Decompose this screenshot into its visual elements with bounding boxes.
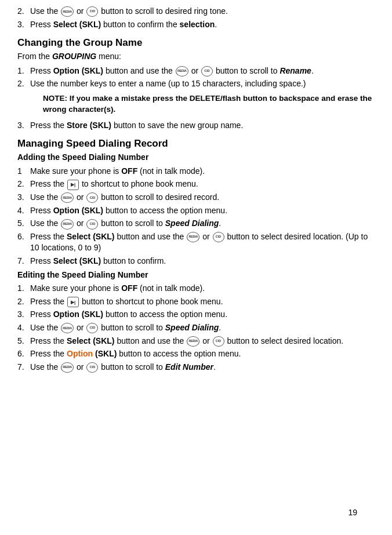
cid-icon bbox=[86, 6, 98, 17]
cid-icon bbox=[86, 323, 98, 333]
list-item: 1. Press Option (SKL) button and use the… bbox=[17, 65, 375, 77]
subheading-editing-speed-dialing: Editing the Speed Dialing Number bbox=[17, 270, 375, 281]
list-item: 2. Use the number keys to enter a name (… bbox=[17, 78, 375, 118]
list-item: 2. Press the button to shortcut to phone… bbox=[17, 296, 375, 308]
redia-icon bbox=[187, 232, 199, 242]
list-item: 3. Press the Store (SKL) button to save … bbox=[17, 120, 375, 132]
list-item: 1 Make sure your phone is OFF (not in ta… bbox=[17, 166, 375, 177]
cid-icon bbox=[86, 219, 98, 230]
adding-speed-dialing-subsection: Adding the Speed Dialing Number 1 Make s… bbox=[17, 152, 375, 267]
list-item: 6. Press the Select (SKL) button and use… bbox=[17, 231, 375, 254]
editing-speed-dialing-subsection: Editing the Speed Dialing Number 1. Make… bbox=[17, 270, 375, 373]
list-item: 5. Press the Select (SKL) button and use… bbox=[17, 336, 375, 347]
redia-icon bbox=[176, 66, 188, 77]
section-heading-speed-dialing: Managing Speed Dialing Record bbox=[17, 137, 375, 151]
intro-steps-list: 2. Use the or button to scroll to desire… bbox=[17, 6, 375, 30]
changing-group-name-section: Changing the Group Name From the GROUPIN… bbox=[17, 36, 375, 131]
redia-icon bbox=[61, 323, 74, 333]
cid-icon bbox=[213, 232, 224, 242]
cid-icon bbox=[213, 336, 224, 347]
cid-icon bbox=[201, 66, 213, 77]
list-item: 1. Make sure your phone is OFF (not in t… bbox=[17, 283, 375, 294]
page-number: 19 bbox=[348, 507, 357, 519]
list-item: 3. Press Select (SKL) button to confirm … bbox=[17, 19, 375, 31]
phonebook-icon bbox=[67, 180, 79, 190]
list-item: 2. Press the to shortcut to phone book m… bbox=[17, 179, 375, 190]
subheading-adding-speed-dialing: Adding the Speed Dialing Number bbox=[17, 152, 375, 163]
list-item: 4. Use the or button to scroll to Speed … bbox=[17, 322, 375, 334]
page-content: 2. Use the or button to scroll to desire… bbox=[17, 6, 375, 527]
managing-speed-dialing-section: Managing Speed Dialing Record Adding the… bbox=[17, 137, 375, 373]
cid-icon bbox=[86, 362, 98, 373]
list-item: 4. Press Option (SKL) button to access t… bbox=[17, 205, 375, 217]
redia-icon bbox=[61, 219, 74, 230]
adding-speed-dialing-list: 1 Make sure your phone is OFF (not in ta… bbox=[17, 166, 375, 267]
from-grouping-menu: From the GROUPING menu: bbox=[17, 51, 375, 63]
list-item: 6. Press the Option (SKL) button to acce… bbox=[17, 348, 375, 360]
redia-icon bbox=[61, 362, 74, 373]
list-item: 2. Use the or button to scroll to desire… bbox=[17, 6, 375, 17]
group-name-steps-list: 1. Press Option (SKL) button and use the… bbox=[17, 65, 375, 132]
section-heading-group-name: Changing the Group Name bbox=[17, 36, 375, 50]
editing-speed-dialing-list: 1. Make sure your phone is OFF (not in t… bbox=[17, 283, 375, 373]
list-item: 3. Use the or button to scroll to desire… bbox=[17, 192, 375, 203]
list-item: 3. Press Option (SKL) button to access t… bbox=[17, 309, 375, 321]
list-item: 7. Press Select (SKL) button to confirm. bbox=[17, 256, 375, 267]
redia-icon bbox=[187, 336, 199, 347]
redia-icon bbox=[61, 192, 74, 203]
note-block: NOTE: If you make a mistake press the DE… bbox=[43, 93, 375, 115]
cid-icon bbox=[86, 192, 98, 203]
redia-icon bbox=[61, 6, 74, 17]
list-item: 5. Use the or button to scroll to Speed … bbox=[17, 218, 375, 230]
list-item: 7. Use the or button to scroll to Edit N… bbox=[17, 362, 375, 373]
phonebook-icon bbox=[67, 297, 79, 307]
